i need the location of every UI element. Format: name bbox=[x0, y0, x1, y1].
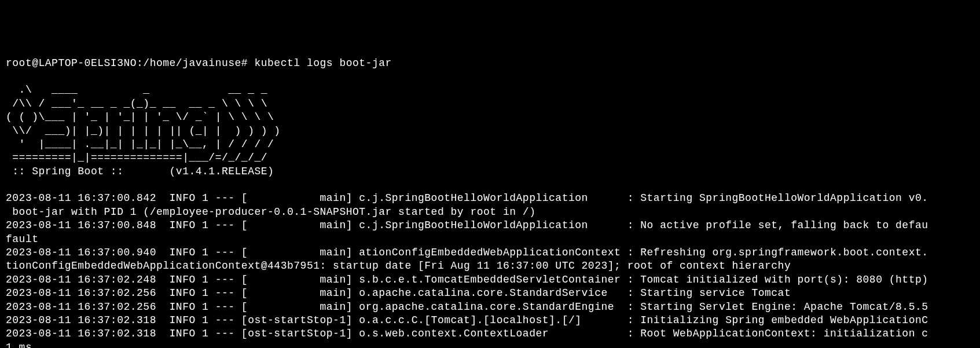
spring-banner-line: .\ ____ _ __ _ _ bbox=[6, 84, 267, 96]
log-line: 2023-08-11 16:37:02.256 INFO 1 --- [ mai… bbox=[6, 301, 928, 313]
log-line: 2023-08-11 16:37:02.318 INFO 1 --- [ost-… bbox=[6, 314, 928, 326]
spring-banner-line: ' |____| .__|_| |_|_| |_\__, | / / / / bbox=[6, 138, 274, 150]
spring-banner-line: =========|_|==============|___/=/_/_/_/ bbox=[6, 152, 267, 163]
log-line: 2023-08-11 16:37:00.940 INFO 1 --- [ mai… bbox=[6, 247, 928, 258]
spring-banner-version: :: Spring Boot :: (v1.4.1.RELEASE) bbox=[6, 166, 274, 177]
spring-banner-line: /\\ / ___'_ __ _ _(_)_ __ __ _ \ \ \ \ bbox=[6, 98, 267, 109]
log-line: boot-jar with PID 1 (/employee-producer-… bbox=[6, 206, 535, 218]
spring-banner-line: ( ( )\___ | '_ | '_| | '_ \/ _` | \ \ \ … bbox=[6, 111, 274, 123]
log-line: fault bbox=[6, 233, 39, 245]
log-line: 2023-08-11 16:37:00.848 INFO 1 --- [ mai… bbox=[6, 219, 928, 231]
log-line: 1 ms bbox=[6, 342, 32, 348]
log-line: 2023-08-11 16:37:02.318 INFO 1 --- [ost-… bbox=[6, 328, 928, 339]
log-line: 2023-08-11 16:37:00.842 INFO 1 --- [ mai… bbox=[6, 192, 928, 204]
command-prompt[interactable]: root@LAPTOP-0ELSI3NO:/home/javainuse# ku… bbox=[6, 57, 392, 69]
terminal-output: root@LAPTOP-0ELSI3NO:/home/javainuse# ku… bbox=[6, 57, 974, 348]
log-line: tionConfigEmbeddedWebApplicationContext@… bbox=[6, 260, 791, 272]
log-line: 2023-08-11 16:37:02.248 INFO 1 --- [ mai… bbox=[6, 274, 928, 285]
log-line: 2023-08-11 16:37:02.256 INFO 1 --- [ mai… bbox=[6, 287, 791, 299]
spring-banner-line: \\/ ___)| |_)| | | | | || (_| | ) ) ) ) bbox=[6, 125, 281, 137]
